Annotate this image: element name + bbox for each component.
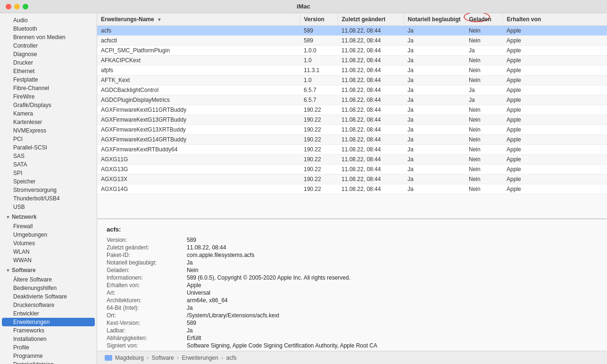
table-row[interactable]: acfsctl58911.08.22, 08:44JaNeinApple bbox=[97, 36, 607, 46]
cell-version: 190.22 bbox=[300, 105, 338, 115]
sidebar-item-firewire[interactable]: FireWire bbox=[2, 92, 95, 101]
sidebar-item-stromversorgung[interactable]: Stromversorgung bbox=[2, 186, 95, 194]
sidebar-section-netzwerk[interactable]: ▼Netzwerk bbox=[2, 212, 95, 221]
table-row[interactable]: AGDCPluginDisplayMetrics6.5.711.08.22, 0… bbox=[97, 95, 607, 105]
sidebar-item-profile[interactable]: Profile bbox=[2, 343, 95, 352]
cell-version: 1.0 bbox=[300, 56, 338, 66]
cell-name: AGXG13G bbox=[97, 165, 300, 174]
sidebar-item-sata[interactable]: SATA bbox=[2, 160, 95, 169]
sidebar-item-controller[interactable]: Controller bbox=[2, 41, 95, 50]
sidebar-section-software[interactable]: ▼Software bbox=[2, 265, 95, 274]
detail-field-value: /System/Library/Extensions/acfs.kext bbox=[187, 312, 598, 319]
sidebar-item-kamera[interactable]: Kamera bbox=[2, 109, 95, 118]
cell-zuletzt: 11.08.22, 08:44 bbox=[338, 95, 404, 105]
sidebar-item-erweiterungen[interactable]: Erweiterungen bbox=[2, 318, 95, 326]
sidebar-item-nvmexpress[interactable]: NVMExpress bbox=[2, 126, 95, 135]
sidebar-item-bedienungshilfen[interactable]: Bedienungshilfen bbox=[2, 284, 95, 292]
detail-field-value: Ja bbox=[187, 305, 598, 311]
col-header-name[interactable]: Erweiterungs-Name ▼ bbox=[97, 13, 300, 26]
sidebar-item-diagnose[interactable]: Diagnose bbox=[2, 50, 95, 58]
sidebar-item-deaktivierte-software[interactable]: Deaktivierte Software bbox=[2, 292, 95, 301]
detail-field-value: arm64e, x86_64 bbox=[187, 297, 598, 304]
sidebar-item-sas[interactable]: SAS bbox=[2, 152, 95, 160]
sidebar-item-volumes[interactable]: Volumes bbox=[2, 239, 95, 248]
cell-version: 6.5.7 bbox=[300, 85, 338, 95]
detail-field-label: Notariell beglaubigt: bbox=[107, 259, 187, 266]
sidebar-item-audio[interactable]: Audio bbox=[2, 16, 95, 25]
cell-geladen: Nein bbox=[465, 36, 503, 46]
sidebar-item-protokolldateien[interactable]: Protokolldateien bbox=[2, 360, 95, 364]
breadcrumb-item: Magdeburg bbox=[115, 355, 144, 361]
sidebar-item-thunderbolt-usb4[interactable]: Thunderbolt/USB4 bbox=[2, 194, 95, 203]
cell-erhalten: Apple bbox=[503, 46, 607, 56]
sidebar-item-grafik-displays[interactable]: Grafik/Displays bbox=[2, 101, 95, 109]
table-row[interactable]: AGXFirmwareKextG11GRTBuddy190.2211.08.22… bbox=[97, 105, 607, 115]
sidebar-item-installationen[interactable]: Installationen bbox=[2, 335, 95, 343]
table-row[interactable]: AFTK_Kext1.011.08.22, 08:44JaNeinApple bbox=[97, 75, 607, 85]
cell-geladen: Nein bbox=[465, 26, 503, 36]
sidebar-item-wlan[interactable]: WLAN bbox=[2, 248, 95, 256]
table-row[interactable]: AGXFirmwareKextG14GRTBuddy190.2211.08.22… bbox=[97, 135, 607, 145]
table-row[interactable]: acfs58911.08.22, 08:44JaNeinApple bbox=[97, 26, 607, 36]
table-row[interactable]: AGXFirmwareKextG13GRTBuddy190.2211.08.22… bbox=[97, 115, 607, 125]
sidebar-item-spi[interactable]: SPI bbox=[2, 169, 95, 177]
cell-zuletzt: 11.08.22, 08:44 bbox=[338, 26, 404, 36]
sidebar-item-bluetooth[interactable]: Bluetooth bbox=[2, 25, 95, 33]
sidebar-item-kartenleser[interactable]: Kartenleser bbox=[2, 118, 95, 126]
cell-erhalten: Apple bbox=[503, 85, 607, 95]
sidebar-item-wwan[interactable]: WWAN bbox=[2, 256, 95, 265]
detail-title: acfs: bbox=[107, 226, 598, 233]
sidebar-item-firewall[interactable]: Firewall bbox=[2, 222, 95, 231]
cell-geladen: Nein bbox=[465, 184, 503, 194]
table-row[interactable]: AGXG13G190.2211.08.22, 08:44JaNeinApple bbox=[97, 165, 607, 174]
breadcrumb-item: acfs bbox=[226, 355, 236, 361]
maximize-button[interactable] bbox=[23, 4, 28, 9]
sidebar-item-brennen-von-medien[interactable]: Brennen von Medien bbox=[2, 33, 95, 41]
sidebar-item-fibre-channel[interactable]: Fibre-Channel bbox=[2, 84, 95, 92]
cell-geladen: Nein bbox=[465, 135, 503, 145]
table-row[interactable]: AFKACIPCKext1.011.08.22, 08:44JaNeinAppl… bbox=[97, 56, 607, 66]
sidebar-item-frameworks[interactable]: Frameworks bbox=[2, 326, 95, 335]
sidebar-item-speicher[interactable]: Speicher bbox=[2, 177, 95, 186]
cell-notariell: Ja bbox=[404, 115, 465, 125]
sidebar-item-ethernet[interactable]: Ethernet bbox=[2, 67, 95, 75]
col-header-notariell[interactable]: Notariell beglaubigt bbox=[404, 13, 465, 26]
sidebar-item-altere-software[interactable]: Ältere Software bbox=[2, 275, 95, 284]
col-header-geladen[interactable]: Geladen bbox=[465, 13, 503, 26]
detail-field-label: Version: bbox=[107, 237, 187, 243]
content-area: Erweiterungs-Name ▼VersionZuletzt geände… bbox=[97, 13, 607, 364]
sidebar-item-drucker[interactable]: Drucker bbox=[2, 58, 95, 67]
table-row[interactable]: AGXG14G190.2211.08.22, 08:44JaNeinApple bbox=[97, 184, 607, 194]
close-button[interactable] bbox=[6, 4, 11, 9]
cell-erhalten: Apple bbox=[503, 66, 607, 75]
detail-field-value: 589 (6.0.5), Copyright © 2005-2020 Apple… bbox=[187, 274, 598, 281]
cell-version: 190.22 bbox=[300, 184, 338, 194]
sidebar-item-druckersoftware[interactable]: Druckersoftware bbox=[2, 301, 95, 309]
sidebar-item-programme[interactable]: Programme bbox=[2, 352, 95, 360]
minimize-button[interactable] bbox=[14, 4, 20, 9]
table-row[interactable]: AGXG13X190.2211.08.22, 08:44JaNeinApple bbox=[97, 174, 607, 184]
table-row[interactable]: AGXFirmwareKextRTBuddy64190.2211.08.22, … bbox=[97, 145, 607, 155]
detail-section: acfs: Version:589Zuletzt geändert:11.08.… bbox=[97, 219, 607, 351]
sidebar-item-entwickler[interactable]: Entwickler bbox=[2, 309, 95, 318]
detail-field-value: Software Signing, Apple Code Signing Cer… bbox=[187, 342, 598, 349]
table-row[interactable]: AGXFirmwareKextG13XRTBuddy190.2211.08.22… bbox=[97, 125, 607, 135]
cell-notariell: Ja bbox=[404, 145, 465, 155]
col-header-version[interactable]: Version bbox=[300, 13, 338, 26]
cell-version: 190.22 bbox=[300, 125, 338, 135]
cell-geladen: Nein bbox=[465, 105, 503, 115]
cell-name: AGXFirmwareKextG11GRTBuddy bbox=[97, 105, 300, 115]
sidebar-item-parallel-scsi[interactable]: Parallel-SCSI bbox=[2, 143, 95, 152]
table-row[interactable]: AGDCBacklightControl6.5.711.08.22, 08:44… bbox=[97, 85, 607, 95]
table-row[interactable]: ACPI_SMC_PlatformPlugin1.0.011.08.22, 08… bbox=[97, 46, 607, 56]
col-header-zuletzt[interactable]: Zuletzt geändert bbox=[338, 13, 404, 26]
cell-name: AGXG14G bbox=[97, 184, 300, 194]
sidebar-item-festplatte[interactable]: Festplatte bbox=[2, 75, 95, 84]
sidebar-item-usb[interactable]: USB bbox=[2, 203, 95, 211]
col-header-erhalten[interactable]: Erhalten von bbox=[503, 13, 607, 26]
sidebar-item-pci[interactable]: PCI bbox=[2, 135, 95, 143]
table-row[interactable]: afpfs11.3.111.08.22, 08:44JaNeinApple bbox=[97, 66, 607, 75]
cell-erhalten: Apple bbox=[503, 95, 607, 105]
sidebar-item-umgebungen[interactable]: Umgebungen bbox=[2, 231, 95, 239]
table-row[interactable]: AGXG11G190.2211.08.22, 08:44JaNeinApple bbox=[97, 155, 607, 165]
